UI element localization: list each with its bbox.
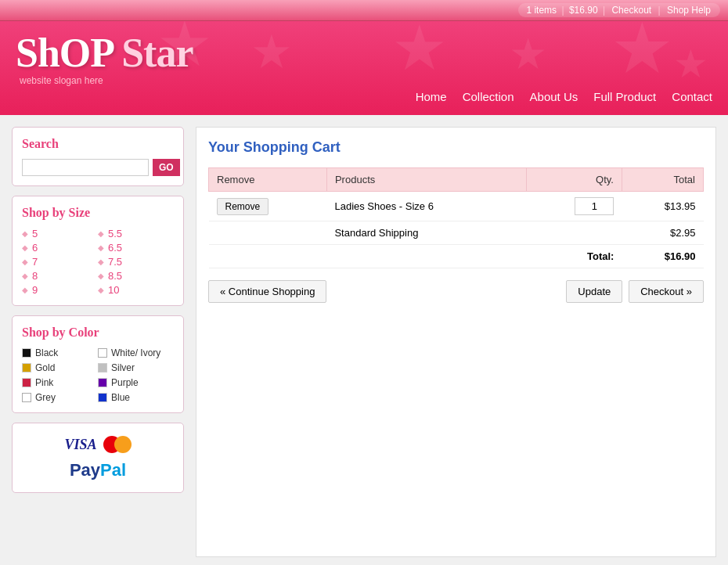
size-box: Shop by Size ◆5 ◆5.5 ◆6 ◆6.5 ◆7 ◆7.5 ◆8 … [12, 196, 184, 306]
size-5-5[interactable]: ◆5.5 [98, 228, 174, 239]
total-label: Total: [527, 245, 622, 268]
logo: ShOP Star [16, 33, 193, 74]
separator1: | [561, 5, 564, 16]
total-value: $16.90 [622, 245, 703, 268]
size-label: 5 [32, 228, 38, 239]
top-bar-help[interactable]: Shop Help [667, 5, 711, 16]
update-button[interactable]: Update [566, 280, 622, 303]
logo-shop: ShOP [16, 31, 112, 75]
cart-actions: « Continue Shopping Update Checkout » [208, 280, 704, 303]
size-label: 10 [108, 284, 119, 296]
color-silver[interactable]: Silver [98, 362, 174, 373]
slogan: website slogan here [20, 75, 193, 86]
blue-swatch [98, 393, 107, 402]
color-white-label: White/ Ivory [111, 347, 160, 358]
row-qty [527, 192, 622, 221]
header: ★ ★ ★ ★ ★ ★ ShOP Star website slogan her… [0, 21, 728, 115]
size-8-5[interactable]: ◆8.5 [98, 270, 174, 282]
bullet: ◆ [22, 243, 28, 252]
shipping-remove-cell [209, 221, 327, 245]
color-pink[interactable]: Pink [22, 377, 98, 388]
color-title: Shop by Color [22, 326, 174, 340]
color-silver-label: Silver [111, 362, 135, 373]
content: Your Shopping Cart Remove Products Qty. … [196, 127, 716, 557]
top-bar-items: 1 items [526, 5, 557, 16]
search-box: Search GO [12, 127, 184, 186]
table-row: Remove Ladies Shoes - Size 6 $13.95 [209, 192, 704, 221]
pink-swatch [22, 378, 31, 387]
nav-about-us[interactable]: About Us [530, 90, 578, 103]
top-bar-checkout[interactable]: Checkout [611, 5, 651, 16]
main-wrapper: Search GO Shop by Size ◆5 ◆5.5 ◆6 ◆6.5 ◆… [0, 115, 728, 565]
size-label: 5.5 [108, 228, 122, 239]
cart-title: Your Shopping Cart [208, 139, 704, 156]
color-grey[interactable]: Grey [22, 392, 98, 403]
separator3: | [658, 5, 660, 16]
qty-input[interactable] [575, 197, 614, 215]
separator2: | [603, 5, 605, 16]
continue-shopping-button[interactable]: « Continue Shopping [208, 280, 326, 303]
col-remove: Remove [209, 168, 327, 192]
bullet: ◆ [98, 257, 104, 266]
col-total: Total [622, 168, 703, 192]
bullet: ◆ [98, 243, 104, 252]
star-deco6: ★ [673, 45, 708, 84]
col-products: Products [326, 168, 526, 192]
size-5[interactable]: ◆5 [22, 228, 98, 239]
color-gold-label: Gold [35, 362, 55, 373]
size-label: 8 [32, 270, 38, 282]
star-deco2: ★ [250, 29, 293, 76]
color-purple[interactable]: Purple [98, 377, 174, 388]
bullet: ◆ [22, 257, 28, 266]
silver-swatch [98, 363, 107, 372]
top-bar-total: $16.90 [569, 5, 598, 16]
color-blue-label: Blue [111, 392, 130, 403]
remove-button[interactable]: Remove [217, 198, 269, 215]
color-black[interactable]: Black [22, 347, 98, 358]
checkout-button[interactable]: Checkout » [629, 280, 704, 303]
payment-logos: VISA [24, 435, 171, 454]
search-title: Search [22, 137, 174, 151]
search-input[interactable] [22, 159, 149, 176]
size-7[interactable]: ◆7 [22, 256, 98, 268]
nav-full-product[interactable]: Full Product [593, 90, 656, 103]
size-label: 6.5 [108, 242, 122, 254]
shipping-row: Standard Shipping $2.95 [209, 221, 704, 245]
color-white[interactable]: White/ Ivory [98, 347, 174, 358]
nav-collection[interactable]: Collection [463, 90, 514, 103]
nav-home[interactable]: Home [416, 90, 447, 103]
search-row: GO [22, 159, 174, 176]
size-9[interactable]: ◆9 [22, 284, 98, 296]
size-grid: ◆5 ◆5.5 ◆6 ◆6.5 ◆7 ◆7.5 ◆8 ◆8.5 ◆9 ◆10 [22, 228, 174, 296]
grey-swatch [22, 393, 31, 402]
action-buttons: Update Checkout » [566, 280, 704, 303]
total-empty2 [326, 245, 526, 268]
color-gold[interactable]: Gold [22, 362, 98, 373]
shipping-price: $2.95 [622, 221, 703, 245]
logo-area: ShOP Star website slogan here [16, 33, 193, 86]
bullet: ◆ [98, 272, 104, 280]
color-black-label: Black [35, 347, 58, 358]
row-product: Ladies Shoes - Size 6 [326, 192, 526, 221]
search-button[interactable]: GO [153, 159, 180, 176]
size-10[interactable]: ◆10 [98, 284, 174, 296]
white-swatch [98, 348, 107, 358]
top-bar: 1 items | $16.90 | Checkout | Shop Help [0, 0, 728, 21]
size-7-5[interactable]: ◆7.5 [98, 256, 174, 268]
black-swatch [22, 348, 31, 358]
paypal-logo: PayPal [24, 460, 171, 480]
color-purple-label: Purple [111, 377, 139, 388]
color-pink-label: Pink [35, 377, 53, 388]
size-6-5[interactable]: ◆6.5 [98, 242, 174, 254]
size-8[interactable]: ◆8 [22, 270, 98, 282]
size-6[interactable]: ◆6 [22, 242, 98, 254]
color-blue[interactable]: Blue [98, 392, 174, 403]
gold-swatch [22, 363, 31, 372]
star-deco4: ★ [509, 33, 547, 76]
color-grey-label: Grey [35, 392, 56, 403]
total-empty1 [209, 245, 327, 268]
nav-contact[interactable]: Contact [672, 90, 712, 103]
shipping-qty [527, 221, 622, 245]
size-label: 7 [32, 256, 38, 268]
star-deco5: ★ [611, 21, 674, 84]
